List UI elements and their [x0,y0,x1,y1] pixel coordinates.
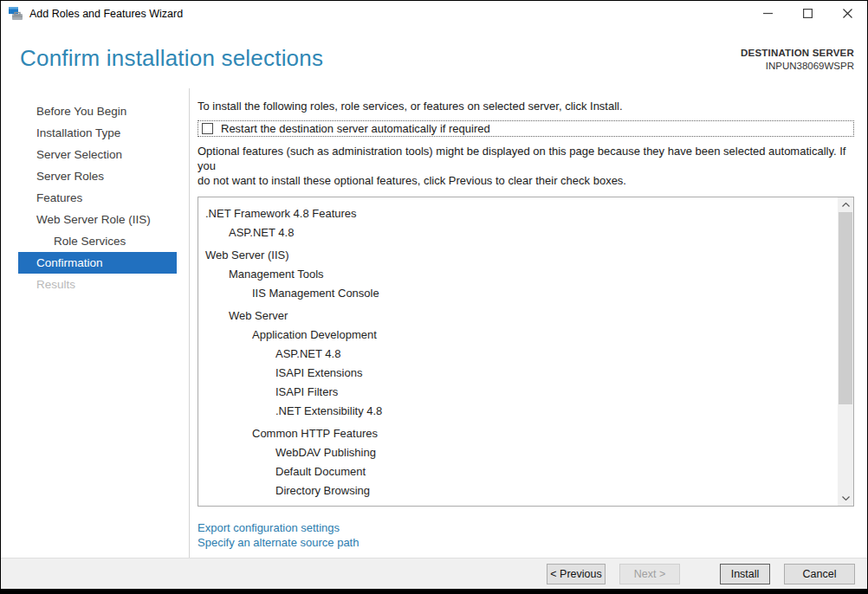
tree-item[interactable]: ISAPI Extensions [198,364,853,383]
optional-features-note-line1: Optional features (such as administratio… [198,144,854,173]
destination-server-label: DESTINATION SERVER [741,48,854,58]
sidebar-item-server-roles[interactable]: Server Roles [18,165,177,187]
next-button: Next > [619,564,680,584]
sidebar-item-results: Results [18,274,177,295]
scroll-up-button[interactable] [838,197,853,212]
previous-button[interactable]: < Previous [547,564,606,584]
tree-item[interactable]: Default Document [198,462,853,481]
window-title: Add Roles and Features Wizard [29,8,748,20]
button-bar: < Previous Next > Install Cancel [1,558,867,589]
export-configuration-link[interactable]: Export configuration settings [198,520,854,535]
tree-item[interactable]: IIS Management Console [198,284,853,303]
tree-item[interactable]: .NET Extensibility 4.8 [198,402,853,421]
sidebar-item-confirmation[interactable]: Confirmation [18,252,177,274]
maximize-button[interactable] [787,1,827,26]
cancel-button[interactable]: Cancel [784,564,855,584]
tree-item[interactable]: Application Development [198,326,853,345]
wizard-steps-sidebar: Before You Begin Installation Type Serve… [1,88,190,558]
tree-item[interactable]: .NET Framework 4.8 Features [198,204,853,223]
alternate-source-path-link[interactable]: Specify an alternate source path [198,535,854,550]
scroll-down-button[interactable] [838,491,853,506]
sidebar-item-before-you-begin[interactable]: Before You Begin [18,100,177,122]
sidebar-item-features[interactable]: Features [18,187,177,209]
restart-checkbox-label: Restart the destination server automatic… [221,122,490,135]
chevron-up-icon [842,203,850,207]
confirmation-content: To install the following roles, role ser… [190,88,867,558]
page-title: Confirm installation selections [20,45,323,72]
restart-checkbox-row[interactable]: Restart the destination server automatic… [198,120,854,137]
close-icon [843,9,852,18]
list-scrollbar[interactable] [838,197,853,506]
wizard-window: Add Roles and Features Wizard Confirm in… [0,0,868,594]
restart-checkbox[interactable] [202,123,213,134]
close-button[interactable] [827,1,867,26]
tree-item[interactable]: Directory Browsing [198,481,853,500]
tree-item[interactable]: Common HTTP Features [198,424,853,443]
tree-item[interactable]: ISAPI Filters [198,383,853,402]
chevron-down-icon [842,496,850,500]
optional-features-note: Optional features (such as administratio… [198,144,854,188]
selected-features-list: .NET Framework 4.8 Features ASP.NET 4.8 … [198,197,854,507]
tree-item[interactable]: Web Server (IIS) [198,246,853,265]
tree-item[interactable]: HTTP Errors [198,500,853,507]
intro-text: To install the following roles, role ser… [198,99,854,113]
sidebar-item-role-services[interactable]: Role Services [18,230,177,252]
feature-tree: .NET Framework 4.8 Features ASP.NET 4.8 … [198,197,853,507]
tree-item[interactable]: ASP.NET 4.8 [198,223,853,242]
server-wizard-icon [8,7,23,21]
sidebar-item-server-selection[interactable]: Server Selection [18,144,177,165]
scrollbar-thumb[interactable] [839,212,852,404]
sidebar-item-installation-type[interactable]: Installation Type [18,122,177,144]
sidebar-item-web-server-role-iis[interactable]: Web Server Role (IIS) [18,209,177,230]
optional-features-note-line2: do not want to install these optional fe… [198,173,854,188]
tree-item[interactable]: Web Server [198,307,853,326]
minimize-icon [763,9,773,18]
destination-server-name: INPUN38069WSPR [741,61,854,71]
maximize-icon [803,9,813,18]
minimize-button[interactable] [748,1,787,26]
install-button[interactable]: Install [720,564,770,584]
wizard-header: Confirm installation selections DESTINAT… [1,26,867,88]
window-bottom-edge [1,589,867,593]
tree-item[interactable]: Management Tools [198,265,853,284]
tree-item[interactable]: ASP.NET 4.8 [198,345,853,364]
destination-block: DESTINATION SERVER INPUN38069WSPR [741,48,854,71]
title-bar: Add Roles and Features Wizard [1,1,867,26]
tree-item[interactable]: WebDAV Publishing [198,443,853,462]
